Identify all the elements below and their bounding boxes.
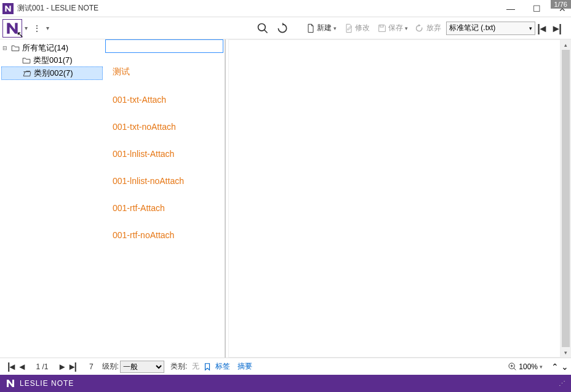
scroll-track[interactable]	[561, 50, 571, 347]
folder-icon	[10, 44, 20, 52]
save-button[interactable]: 保存 ▾	[375, 23, 410, 33]
svg-line-6	[514, 368, 516, 370]
type-select-dropdown-icon[interactable]: ▾	[527, 25, 535, 31]
save-dropdown-icon[interactable]: ▾	[405, 25, 408, 31]
nav-last-button[interactable]: ▸|	[551, 22, 564, 35]
page-prev-button[interactable]: ◂	[20, 361, 25, 372]
resize-grip-icon[interactable]: ⋰	[559, 380, 566, 388]
dots-dropdown-icon[interactable]: ▾	[45, 25, 50, 31]
discard-button[interactable]: 放弃	[413, 23, 444, 33]
app-logo[interactable]: ↖	[2, 19, 22, 38]
page-indicator: 1 /1	[30, 362, 54, 371]
main-area: ⊟ 所有笔记(14) 类型001(7) 类别002(7) 测试 001-txt-…	[0, 39, 571, 358]
maximize-button[interactable]: ☐	[530, 4, 543, 14]
zoom-control[interactable]: 100% ▾	[508, 362, 543, 372]
new-label: 新建	[317, 23, 332, 33]
zoom-value: 100%	[519, 362, 538, 371]
svg-rect-2	[380, 25, 383, 26]
note-list: 测试 001-txt-Attach 001-txt-noAttach 001-l…	[104, 53, 225, 358]
list-item[interactable]: 001-rtf-noAttach	[108, 222, 221, 249]
new-dropdown-icon[interactable]: ▾	[333, 25, 337, 31]
editor-area[interactable]	[228, 39, 561, 358]
folder-icon	[22, 56, 31, 65]
summary-link[interactable]: 摘要	[234, 361, 256, 372]
footer-logo-icon	[5, 378, 16, 389]
category-label: 类别:	[169, 361, 188, 372]
minimize-button[interactable]: —	[505, 4, 517, 14]
modify-label: 修改	[355, 23, 370, 33]
tree-label: 类别002(7)	[34, 68, 73, 79]
page-next-button[interactable]: ▸	[60, 361, 65, 372]
svg-line-1	[265, 30, 268, 33]
app-icon	[2, 3, 14, 14]
list-item[interactable]: 001-lnlist-Attach	[108, 140, 221, 167]
nav-first-button[interactable]: |◂	[535, 22, 548, 35]
logo-dropdown-icon[interactable]: ▾	[23, 25, 29, 31]
scroll-thumb[interactable]	[562, 50, 570, 347]
collapse-up-button[interactable]: ⌃	[551, 362, 559, 372]
tree-item-category002[interactable]: 类别002(7)	[1, 66, 103, 80]
zoom-dropdown-icon[interactable]: ▾	[540, 364, 543, 370]
note-list-panel: 测试 001-txt-Attach 001-txt-noAttach 001-l…	[104, 39, 226, 358]
tree-panel: ⊟ 所有笔记(14) 类型001(7) 类别002(7)	[0, 39, 104, 358]
tree-label: 所有笔记(14)	[22, 42, 68, 54]
page-last-button[interactable]: ▸|	[70, 361, 77, 372]
title-bar: 测试001 - LESLIE NOTE — ☐ ✕ 1/76	[0, 0, 571, 17]
collapse-down-button[interactable]: ⌄	[561, 362, 569, 372]
refresh-button[interactable]	[274, 20, 291, 37]
level-label: 级别:	[101, 361, 120, 372]
list-item[interactable]: 001-rtf-Attach	[108, 194, 221, 222]
folder-open-icon	[22, 69, 32, 78]
modify-button[interactable]: 修改	[341, 23, 372, 33]
list-item[interactable]: 测试	[108, 58, 221, 86]
discard-label: 放弃	[426, 23, 441, 33]
tree-label: 类型001(7)	[33, 55, 73, 66]
tree-collapse-icon[interactable]: ⊟	[1, 45, 9, 51]
scroll-down-icon[interactable]: ▾	[561, 347, 571, 358]
bookmark-icon[interactable]	[203, 362, 212, 371]
footer-brand: LESLIE NOTE	[20, 379, 74, 388]
search-button[interactable]	[254, 20, 271, 37]
window-title: 测试001 - LESLIE NOTE	[17, 3, 98, 14]
save-label: 保存	[388, 23, 403, 33]
frame-counter: 1/76	[551, 0, 571, 9]
tag-link[interactable]: 标签	[212, 361, 234, 372]
main-toolbar: ↖ ▾ ⋮ ▾ 新建 ▾ 修改 保存 ▾ 放弃	[0, 17, 571, 39]
list-item[interactable]: 001-txt-noAttach	[108, 113, 221, 140]
editor-scrollbar[interactable]: ▴ ▾	[561, 39, 571, 358]
new-button[interactable]: 新建 ▾	[303, 23, 339, 33]
tree-item-type001[interactable]: 类型001(7)	[1, 54, 103, 66]
list-search-input[interactable]	[105, 39, 223, 53]
list-item[interactable]: 001-txt-Attach	[108, 86, 221, 113]
item-count: 7	[82, 362, 101, 371]
level-select[interactable]: 一般	[120, 361, 164, 373]
footer-bar: LESLIE NOTE ⋰	[0, 375, 571, 392]
tree-item-all-notes[interactable]: ⊟ 所有笔记(14)	[1, 42, 103, 54]
svg-point-0	[258, 23, 266, 31]
note-type-select[interactable]	[447, 22, 527, 35]
status-bar: |◂ ◂ 1 /1 ▸ ▸| 7 级别: 一般 类别: 无 标签 摘要 100%…	[0, 358, 571, 375]
list-item[interactable]: 001-lnlist-noAttach	[108, 167, 221, 194]
category-value: 无	[188, 361, 203, 372]
page-first-button[interactable]: |◂	[7, 361, 15, 372]
zoom-in-icon[interactable]	[508, 362, 517, 372]
editor-panel: ▴ ▾	[226, 39, 571, 358]
menu-dots-icon[interactable]: ⋮	[29, 23, 45, 33]
scroll-up-icon[interactable]: ▴	[561, 39, 571, 50]
